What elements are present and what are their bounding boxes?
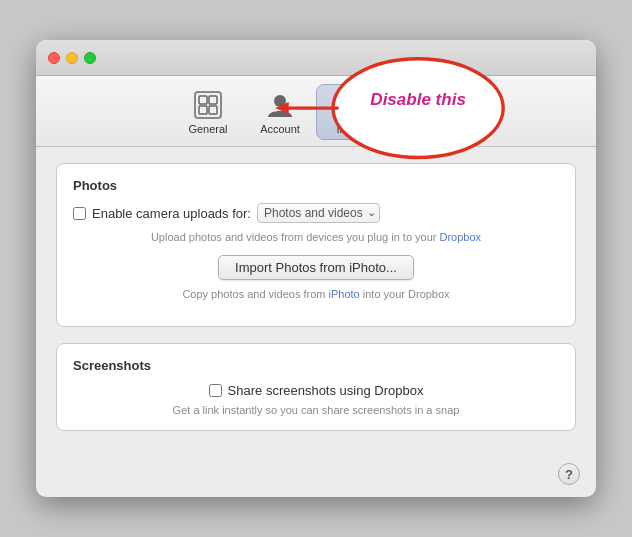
preferences-window: Disable this General xyxy=(36,40,596,497)
svg-point-6 xyxy=(274,95,286,107)
toolbar: General Account Import xyxy=(36,76,596,147)
network-icon xyxy=(408,89,440,121)
network-label: Network xyxy=(404,123,444,135)
camera-upload-row: Enable camera uploads for: Photos and vi… xyxy=(73,203,559,223)
share-screenshots-checkbox[interactable] xyxy=(209,384,222,397)
screenshots-hint: Get a link instantly so you can share sc… xyxy=(73,404,559,416)
traffic-lights xyxy=(48,52,96,64)
iphoto-link: iPhoto xyxy=(329,288,360,300)
screenshots-section: Screenshots Share screenshots using Drop… xyxy=(56,343,576,431)
account-label: Account xyxy=(260,123,300,135)
maximize-button[interactable] xyxy=(84,52,96,64)
svg-rect-5 xyxy=(209,106,217,114)
toolbar-item-network[interactable]: Network xyxy=(388,84,460,140)
close-button[interactable] xyxy=(48,52,60,64)
import-hint: Copy photos and videos from iPhoto into … xyxy=(73,288,559,300)
camera-upload-checkbox[interactable] xyxy=(73,207,86,220)
titlebar xyxy=(36,40,596,76)
upload-options-wrapper: Photos and videos Photos only xyxy=(257,203,380,223)
upload-options-select[interactable]: Photos and videos Photos only xyxy=(257,203,380,223)
general-label: General xyxy=(188,123,227,135)
import-photos-button[interactable]: Import Photos from iPhoto... xyxy=(218,255,414,280)
share-screenshots-row: Share screenshots using Dropbox xyxy=(73,383,559,398)
import-label: Import xyxy=(336,123,367,135)
toolbar-item-account[interactable]: Account xyxy=(244,84,316,140)
screenshots-section-label: Screenshots xyxy=(73,358,559,373)
account-icon xyxy=(264,89,296,121)
svg-rect-3 xyxy=(209,96,217,104)
photos-section-label: Photos xyxy=(73,178,559,193)
dropbox-link: Dropbox xyxy=(440,231,482,243)
general-icon xyxy=(192,89,224,121)
upload-hint: Upload photos and videos from devices yo… xyxy=(73,231,559,243)
bottom-bar: ? xyxy=(36,463,596,497)
camera-upload-label: Enable camera uploads for: xyxy=(92,206,251,221)
toolbar-item-import[interactable]: Import xyxy=(316,84,388,140)
svg-rect-2 xyxy=(199,96,207,104)
svg-rect-4 xyxy=(199,106,207,114)
help-button[interactable]: ? xyxy=(558,463,580,485)
share-screenshots-label: Share screenshots using Dropbox xyxy=(228,383,424,398)
import-icon xyxy=(336,89,368,121)
content-area: Photos Enable camera uploads for: Photos… xyxy=(36,147,596,463)
photos-section: Photos Enable camera uploads for: Photos… xyxy=(56,163,576,327)
minimize-button[interactable] xyxy=(66,52,78,64)
toolbar-item-general[interactable]: General xyxy=(172,84,244,140)
